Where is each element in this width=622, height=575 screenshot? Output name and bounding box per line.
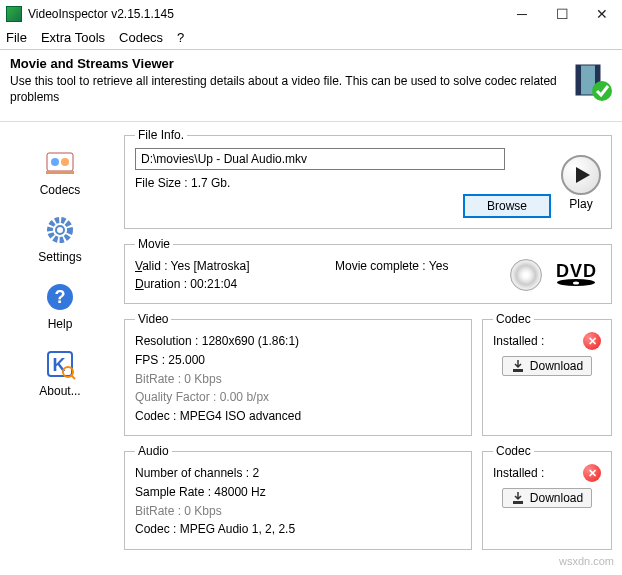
- svg-rect-4: [47, 153, 73, 171]
- dvd-icon: DVD: [556, 265, 597, 287]
- video-fps: FPS : 25.000: [135, 351, 461, 370]
- video-panel: Video Resolution : 1280x690 (1.86:1) FPS…: [124, 312, 472, 436]
- video-codec-panel: Codec Installed : ✕ Download: [482, 312, 612, 436]
- svg-rect-16: [513, 369, 523, 372]
- download-label: Download: [530, 359, 583, 373]
- sidebar: Codecs Settings ? Help K About...: [0, 132, 120, 412]
- minimize-button[interactable]: ─: [502, 0, 542, 28]
- menu-extra-tools[interactable]: Extra Tools: [41, 30, 105, 45]
- audio-bitrate: BitRate : 0 Kbps: [135, 502, 461, 521]
- play-button[interactable]: [561, 155, 601, 195]
- sidebar-label-codecs: Codecs: [40, 183, 81, 197]
- svg-point-3: [592, 81, 612, 101]
- download-icon: [511, 491, 525, 505]
- sidebar-item-help[interactable]: ? Help: [20, 276, 100, 335]
- about-icon: K: [43, 347, 77, 381]
- audio-sample: Sample Rate : 48000 Hz: [135, 483, 461, 502]
- menubar: File Extra Tools Codecs ?: [0, 28, 622, 49]
- sidebar-label-about: About...: [39, 384, 80, 398]
- menu-codecs[interactable]: Codecs: [119, 30, 163, 45]
- page-header: Movie and Streams Viewer Use this tool t…: [0, 50, 622, 115]
- movie-duration: uration : 00:21:04: [144, 277, 237, 291]
- video-legend: Video: [135, 312, 171, 326]
- svg-line-15: [71, 375, 75, 379]
- disc-icon: [510, 259, 542, 291]
- close-button[interactable]: ✕: [582, 0, 622, 28]
- watermark-text: wsxdn.com: [559, 555, 614, 560]
- maximize-button[interactable]: ☐: [542, 0, 582, 28]
- menu-file[interactable]: File: [6, 30, 27, 45]
- video-bitrate: BitRate : 0 Kbps: [135, 370, 461, 389]
- codecs-icon: [43, 146, 77, 180]
- movie-panel: Movie Valid : Yes [Matroska] Movie compl…: [124, 237, 612, 304]
- video-codec-download-button[interactable]: Download: [502, 356, 592, 376]
- sidebar-label-help: Help: [48, 317, 73, 331]
- video-resolution: esolution : 1280x690 (1.86:1): [144, 334, 299, 348]
- video-codec-installed-label: Installed :: [493, 334, 544, 348]
- page-title: Movie and Streams Viewer: [10, 56, 562, 71]
- main-content: File Info. File Size : 1.7 Gb. Browse Pl…: [120, 124, 622, 559]
- page-description: Use this tool to retrieve all interestin…: [10, 73, 562, 105]
- film-check-icon: [572, 61, 612, 101]
- video-codec: Codec : MPEG4 ISO advanced: [135, 407, 461, 426]
- menu-help[interactable]: ?: [177, 30, 184, 45]
- svg-rect-1: [576, 65, 581, 95]
- file-info-panel: File Info. File Size : 1.7 Gb. Browse Pl…: [124, 128, 612, 229]
- file-path-input[interactable]: [135, 148, 505, 170]
- sidebar-item-about[interactable]: K About...: [20, 343, 100, 402]
- svg-text:?: ?: [55, 287, 66, 307]
- audio-codec-installed-label: Installed :: [493, 466, 544, 480]
- svg-point-9: [56, 226, 64, 234]
- download-label: Download: [530, 491, 583, 505]
- window-title: VideoInspector v2.15.1.145: [28, 7, 502, 21]
- audio-codec-legend: Codec: [493, 444, 534, 458]
- browse-button[interactable]: Browse: [463, 194, 551, 218]
- audio-panel: Audio Number of channels : 2 Sample Rate…: [124, 444, 472, 549]
- svg-point-6: [61, 158, 69, 166]
- audio-codec-panel: Codec Installed : ✕ Download: [482, 444, 612, 549]
- svg-rect-17: [513, 501, 523, 504]
- error-icon: ✕: [583, 464, 601, 482]
- svg-rect-7: [46, 171, 74, 174]
- play-label: Play: [569, 197, 592, 211]
- download-icon: [511, 359, 525, 373]
- settings-icon: [43, 213, 77, 247]
- movie-valid: alid : Yes [Matroska]: [142, 259, 249, 273]
- movie-complete: Movie complete : Yes: [335, 257, 448, 275]
- help-icon: ?: [43, 280, 77, 314]
- app-icon: [6, 6, 22, 22]
- audio-codec-download-button[interactable]: Download: [502, 488, 592, 508]
- play-icon: [576, 167, 590, 183]
- audio-channels: Number of channels : 2: [135, 464, 461, 483]
- svg-point-5: [51, 158, 59, 166]
- sidebar-item-codecs[interactable]: Codecs: [20, 142, 100, 201]
- video-qf: Quality Factor : 0.00 b/px: [135, 388, 461, 407]
- file-size-label: File Size : 1.7 Gb.: [135, 176, 551, 190]
- sidebar-item-settings[interactable]: Settings: [20, 209, 100, 268]
- audio-legend: Audio: [135, 444, 172, 458]
- movie-legend: Movie: [135, 237, 173, 251]
- sidebar-label-settings: Settings: [38, 250, 81, 264]
- audio-codec: Codec : MPEG Audio 1, 2, 2.5: [135, 520, 461, 539]
- error-icon: ✕: [583, 332, 601, 350]
- window-titlebar: VideoInspector v2.15.1.145 ─ ☐ ✕: [0, 0, 622, 28]
- video-codec-legend: Codec: [493, 312, 534, 326]
- file-info-legend: File Info.: [135, 128, 187, 142]
